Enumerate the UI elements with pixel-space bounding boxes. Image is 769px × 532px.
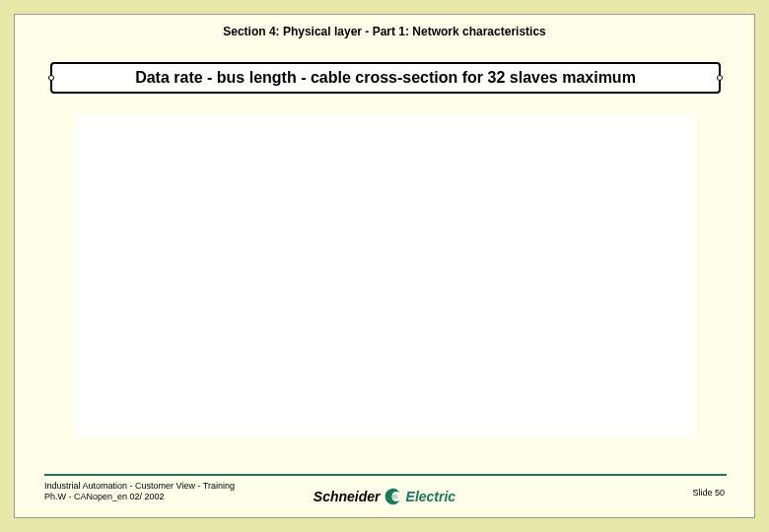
- slide-container: Section 4: Physical layer - Part 1: Netw…: [14, 14, 755, 518]
- logo-swirl-icon: [383, 486, 404, 507]
- logo-text-schneider: Schneider: [314, 489, 381, 504]
- footer-line1: Industrial Automation - Customer View - …: [44, 481, 235, 493]
- title-bar: Data rate - bus length - cable cross-sec…: [50, 62, 721, 94]
- logo: Schneider Electric: [314, 486, 455, 507]
- section-header: Section 4: Physical layer - Part 1: Netw…: [15, 15, 754, 38]
- footer-line2: Ph.W - CANopen_en 02/ 2002: [44, 492, 235, 503]
- logo-text-electric: Electric: [406, 489, 456, 504]
- footer-divider: [44, 474, 727, 476]
- slide-number: Slide 50: [692, 488, 725, 498]
- title-text: Data rate - bus length - cable cross-sec…: [135, 69, 636, 87]
- content-area: [74, 113, 695, 438]
- title-dot-left: [48, 75, 54, 81]
- title-bar-wrap: Data rate - bus length - cable cross-sec…: [50, 62, 721, 94]
- svg-point-0: [392, 494, 398, 499]
- footer-left: Industrial Automation - Customer View - …: [44, 481, 235, 503]
- title-dot-right: [717, 75, 723, 81]
